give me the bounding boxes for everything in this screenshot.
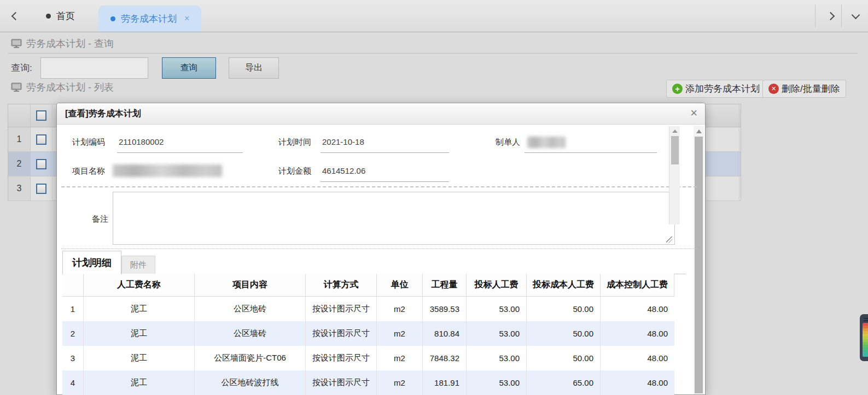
detail-cell: 50.00 [527, 297, 601, 321]
detail-cell: 按设计图示尺寸 [306, 370, 377, 395]
detail-cell: 泥工 [84, 346, 195, 370]
tab-attachments-label: 附件 [130, 260, 147, 270]
detail-column-header: 工程量 [423, 274, 467, 296]
triangle-up-icon [672, 129, 678, 133]
detail-cell: 53.00 [467, 370, 527, 395]
detail-column-header: 投标人工费 [467, 274, 527, 296]
detail-cell: 53.00 [467, 346, 527, 370]
detail-column-header [62, 274, 84, 296]
detail-column-header: 单位 [377, 274, 423, 296]
view-plan-modal: [查看]劳务成本计划 × 计划编码 2110180002 计划时间 2021-1… [56, 103, 706, 395]
detail-cell: 48.00 [601, 346, 674, 370]
tab-attachments[interactable]: 附件 [121, 256, 155, 274]
divider [739, 152, 739, 176]
export-button[interactable]: 导出 [229, 57, 279, 79]
scrollbar-thumb[interactable] [671, 136, 679, 164]
query-input[interactable] [40, 57, 148, 79]
query-section-title: 劳务成本计划 - 查询 [26, 37, 114, 50]
row-checkbox[interactable] [36, 134, 46, 145]
row-select-cell [31, 176, 53, 201]
detail-cell: m2 [377, 370, 423, 395]
detail-cell: 48.00 [601, 297, 674, 321]
row-number: 1 [8, 127, 31, 151]
tab-labor-cost-plan[interactable]: 劳务成本计划 × [98, 5, 201, 32]
triangle-up-icon [696, 129, 702, 133]
query-field-label: 查询: [11, 62, 32, 74]
field-value-plan-date: 2021-10-18 [322, 137, 364, 146]
tabs-scroll-right-button[interactable] [817, 0, 843, 32]
detail-column-header: 项目内容 [195, 274, 306, 296]
detail-cell: 50.00 [527, 321, 601, 346]
detail-table-body: 1泥工公区地砖按设计图示尺寸m23589.5353.0050.0048.002泥… [62, 297, 674, 395]
detail-row[interactable]: 1泥工公区地砖按设计图示尺寸m23589.5353.0050.0048.00 [62, 297, 674, 321]
chevron-right-icon [826, 11, 835, 20]
tab-bar: 首页 劳务成本计划 × [0, 0, 868, 32]
detail-row[interactable]: 3泥工公区墙面瓷片-CT06按设计图示尺寸m27848.3253.0050.00… [62, 346, 674, 370]
remark-textarea[interactable] [113, 192, 675, 245]
add-plan-button[interactable]: + 添加劳务成本计划 [666, 80, 766, 98]
row-checkbox[interactable] [36, 184, 46, 194]
detail-cell: 3 [62, 346, 84, 370]
field-label-plan-code: 计划编码 [72, 137, 105, 148]
list-section-title: 劳务成本计划 - 列表 [26, 81, 114, 94]
row-checkbox[interactable] [36, 159, 46, 169]
detail-cell: 泥工 [84, 321, 195, 346]
detail-cell: 181.91 [423, 370, 467, 395]
detail-cell: 53.00 [467, 321, 527, 346]
modal-scrollbar[interactable] [694, 126, 704, 394]
scroll-up-button[interactable] [669, 127, 680, 135]
detail-cell: 810.84 [423, 321, 467, 346]
divider [739, 104, 739, 127]
detail-cell: 公区地砖波打线 [195, 370, 306, 395]
row-number: 2 [8, 152, 31, 176]
tab-dot-icon [110, 16, 115, 21]
detail-table-scrollbar[interactable] [669, 126, 680, 225]
detail-cell: m2 [377, 321, 423, 346]
modal-header[interactable]: [查看]劳务成本计划 × [57, 103, 705, 125]
select-all-cell [31, 104, 53, 127]
field-value-creator-redacted [527, 137, 566, 148]
detail-cell: m2 [377, 346, 423, 370]
tab-plan-details-label: 计划明细 [72, 256, 112, 269]
tab-plan-details[interactable]: 计划明细 [62, 251, 121, 274]
tabs-menu-button[interactable] [842, 0, 868, 32]
detail-cell: 泥工 [84, 297, 195, 321]
field-value-plan-amount: 4614512.06 [322, 166, 365, 175]
query-section-heading: 劳务成本计划 - 查询 [11, 37, 114, 50]
detail-cell: 7848.32 [423, 346, 467, 370]
select-all-checkbox[interactable] [36, 110, 46, 121]
row-select-cell [31, 127, 53, 151]
tabs-scroll-left-button[interactable] [2, 0, 28, 32]
detail-cell: 按设计图示尺寸 [306, 321, 377, 346]
delete-batch-button[interactable]: ✕ 删除/批量删除 [762, 80, 846, 98]
modal-close-icon[interactable]: × [690, 107, 697, 119]
list-section-heading: 劳务成本计划 - 列表 [11, 81, 114, 94]
detail-cell: 按设计图示尺寸 [306, 346, 377, 370]
search-button[interactable]: 查询 [162, 57, 216, 79]
divider [61, 249, 697, 249]
chevron-down-icon [851, 10, 860, 19]
detail-cell: 48.00 [601, 370, 674, 395]
detail-cell: 泥工 [84, 370, 195, 395]
detail-row[interactable]: 2泥工公区墙砖按设计图示尺寸m2810.8453.0050.0048.00 [62, 321, 674, 346]
scrollbar-thumb[interactable] [695, 137, 703, 393]
tab-home-label: 首页 [56, 10, 75, 22]
detail-column-header: 人工费名称 [84, 274, 195, 296]
rainbow-sidebar-widget[interactable] [860, 314, 868, 361]
tab-home[interactable]: 首页 [34, 0, 87, 32]
grip-icon [864, 318, 868, 319]
field-label-project-name: 项目名称 [72, 166, 105, 176]
grip-icon [864, 320, 868, 321]
detail-cell: 4 [62, 370, 84, 395]
detail-cell: 53.00 [467, 297, 527, 321]
rainbow-stripes-icon [863, 323, 868, 357]
chevron-left-icon [11, 11, 20, 20]
row-number: 3 [8, 176, 31, 201]
add-plus-icon: + [672, 84, 683, 94]
divider [841, 4, 842, 27]
tab-close-icon[interactable]: × [184, 14, 189, 23]
delete-cross-icon: ✕ [768, 84, 779, 94]
field-label-creator: 制单人 [496, 137, 520, 148]
detail-row[interactable]: 4泥工公区地砖波打线按设计图示尺寸m2181.9153.0065.0048.00 [62, 370, 674, 395]
scroll-up-button[interactable] [694, 127, 704, 135]
